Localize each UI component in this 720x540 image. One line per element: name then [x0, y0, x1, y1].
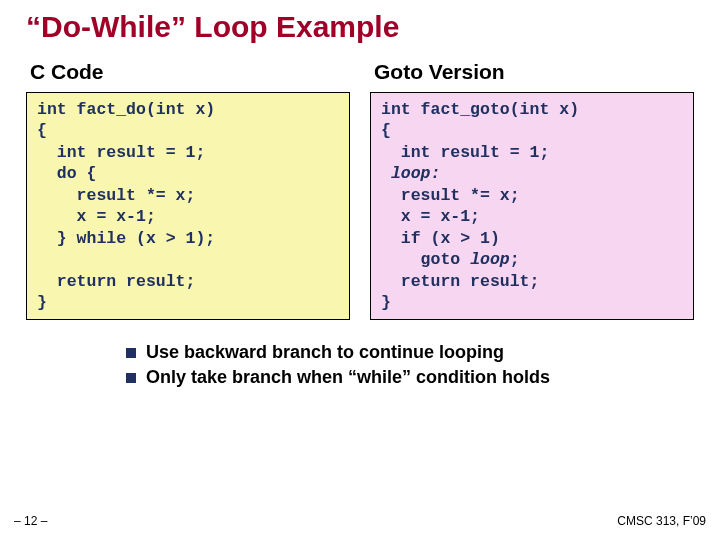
slide-title: “Do-While” Loop Example — [26, 10, 694, 44]
bullet-list: Use backward branch to continue looping … — [126, 342, 694, 388]
c-code-block: int fact_do(int x) { int result = 1; do … — [26, 92, 350, 320]
page-number: – 12 – — [14, 514, 47, 528]
right-heading: Goto Version — [374, 60, 694, 84]
list-item: Use backward branch to continue looping — [126, 342, 694, 363]
left-heading: C Code — [30, 60, 350, 84]
course-label: CMSC 313, F’09 — [617, 514, 706, 528]
bullet-icon — [126, 348, 136, 358]
left-column: C Code int fact_do(int x) { int result =… — [26, 60, 350, 320]
slide: “Do-While” Loop Example C Code int fact_… — [0, 0, 720, 388]
bullet-text: Use backward branch to continue looping — [146, 342, 504, 363]
bullet-icon — [126, 373, 136, 383]
list-item: Only take branch when “while” condition … — [126, 367, 694, 388]
bullet-text: Only take branch when “while” condition … — [146, 367, 550, 388]
goto-code-block: int fact_goto(int x) { int result = 1; l… — [370, 92, 694, 320]
loop-keyword: loop — [470, 250, 510, 269]
loop-label: loop: — [391, 164, 441, 183]
columns: C Code int fact_do(int x) { int result =… — [26, 60, 694, 320]
right-column: Goto Version int fact_goto(int x) { int … — [370, 60, 694, 320]
